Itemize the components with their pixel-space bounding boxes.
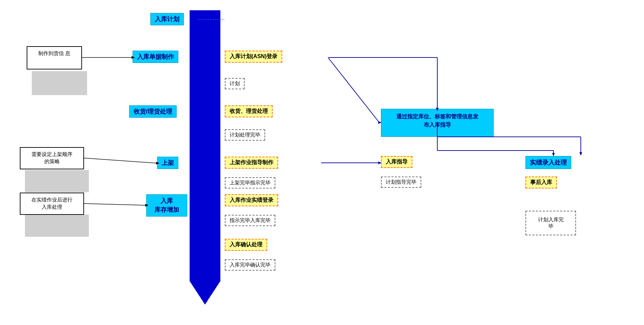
right-instr: 入库指导 <box>381 156 412 168</box>
res-shelf-done: 上架完毕指示完毕 <box>225 177 275 188</box>
right-guide-box: 通过指定库位、标签和管理信息发布入库指导 <box>381 109 494 137</box>
right-actual-box: 实绩录入处理 <box>525 156 571 169</box>
proc-receive: 收货、理货处理 <box>225 105 273 117</box>
diagram-container: 制作到货信 息 需要设定上架顺序的策略 在实绩作业后进行入库处理 入库计划 入库… <box>0 0 644 325</box>
shadow-2 <box>25 170 89 192</box>
res-plan: 计划 <box>225 78 245 89</box>
svg-marker-21 <box>579 152 582 156</box>
svg-line-3 <box>84 158 157 163</box>
svg-line-7 <box>328 57 379 122</box>
stage-shelving: 上架 <box>157 157 178 169</box>
proc-shelf: 上架作业指导制作 <box>225 157 278 169</box>
res-confirm-done: 入库完毕确认完毕 <box>225 259 275 271</box>
shadow-3 <box>25 214 89 237</box>
proc-actual: 入库作业实绩登录 <box>225 194 278 206</box>
proc-asn: 入库计划(ASN)登录 <box>225 51 282 63</box>
stage-inventory: 入库库存增加 <box>146 194 187 217</box>
info-box-delivery: 制作到货信 息 <box>27 46 82 69</box>
res-instr-done: 指示完毕入库完毕 <box>225 215 275 226</box>
stage-receiving: 收货/理货处理 <box>129 105 177 118</box>
right-plan-complete: 计划入库完毕 <box>525 211 576 235</box>
info-box-inventory: 在实绩作业后进行入库处理 <box>20 193 84 215</box>
stage-plan: 入库计划 <box>150 13 184 25</box>
info-box-strategy: 需要设定上架顺序的策略 <box>20 147 84 169</box>
right-plan-done: 计划指导完毕 <box>381 177 421 188</box>
svg-line-5 <box>84 204 146 205</box>
stage-document: 入库单据制作 <box>133 51 178 63</box>
right-post: 事后入库 <box>525 177 557 188</box>
proc-confirm: 入库确认处理 <box>225 239 267 251</box>
blue-column <box>190 10 220 304</box>
shadow-1 <box>32 71 87 95</box>
res-plan-done: 计划处理完毕 <box>225 129 265 141</box>
